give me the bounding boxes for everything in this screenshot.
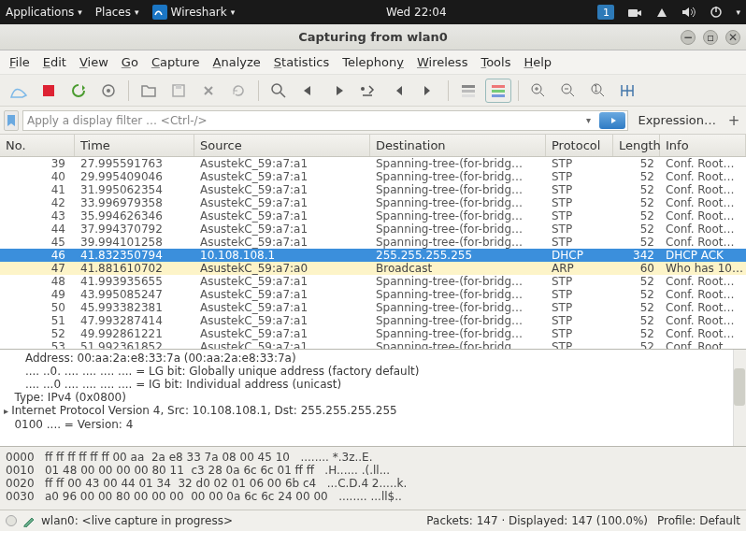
- go-last-button[interactable]: [415, 79, 441, 103]
- svg-point-11: [361, 87, 365, 91]
- reload-button[interactable]: [225, 79, 251, 103]
- menu-tools[interactable]: Tools: [481, 55, 510, 69]
- network-icon[interactable]: [655, 6, 668, 19]
- filter-history-dropdown[interactable]: ▾: [581, 115, 595, 125]
- packet-bytes-pane[interactable]: 0000 ff ff ff ff ff ff 00 aa 2a e8 33 7a…: [0, 447, 746, 510]
- colorize-button[interactable]: [485, 79, 511, 103]
- add-filter-button[interactable]: +: [725, 112, 742, 129]
- close-file-button[interactable]: [195, 79, 222, 103]
- go-forward-button[interactable]: [325, 79, 351, 103]
- details-vscrollbar[interactable]: [733, 350, 746, 446]
- packet-list-header[interactable]: No. Time Source Destination Protocol Len…: [0, 135, 746, 157]
- workspace-indicator[interactable]: 1: [597, 5, 614, 20]
- wireshark-icon: [152, 5, 167, 20]
- packet-row[interactable]: 4437.994370792AsustekC_59:a7:a1Spanning-…: [0, 223, 746, 236]
- go-back-button[interactable]: [295, 79, 322, 103]
- power-menu-arrow[interactable]: ▾: [736, 7, 740, 17]
- status-bar: wlan0: <live capture in progress> Packet…: [0, 510, 746, 531]
- status-packet-counts: Packets: 147 · Displayed: 147 (100.0%): [426, 514, 648, 527]
- clock[interactable]: Wed 22:04: [235, 6, 597, 19]
- svg-rect-4: [43, 85, 54, 96]
- packet-list-body[interactable]: 3927.995591763AsustekC_59:a7:a1Spanning-…: [0, 157, 746, 350]
- volume-icon[interactable]: [681, 6, 696, 19]
- packet-row[interactable]: 5147.993287414AsustekC_59:a7:a1Spanning-…: [0, 314, 746, 327]
- packet-details-pane[interactable]: Address: 00:aa:2a:e8:33:7a (00:aa:2a:e8:…: [0, 350, 746, 447]
- restart-capture-button[interactable]: [65, 79, 92, 103]
- display-filter-input[interactable]: Apply a display filter … <Ctrl-/> ▾: [22, 110, 628, 131]
- packet-row[interactable]: 3927.995591763AsustekC_59:a7:a1Spanning-…: [0, 157, 746, 170]
- resize-columns-button[interactable]: [615, 79, 641, 103]
- menu-analyze[interactable]: Analyze: [213, 55, 261, 69]
- menu-telephony[interactable]: Telephony: [342, 55, 404, 69]
- status-profile[interactable]: Profile: Default: [657, 514, 740, 527]
- packet-row[interactable]: 4943.995085247AsustekC_59:a7:a1Spanning-…: [0, 288, 746, 301]
- col-header-protocol[interactable]: Protocol: [546, 135, 613, 156]
- detail-expander-ipv4[interactable]: Internet Protocol Version 4, Src: 10.108…: [4, 404, 742, 418]
- col-header-info[interactable]: Info: [660, 135, 746, 156]
- save-file-button[interactable]: [165, 79, 192, 103]
- apply-filter-button[interactable]: [599, 112, 625, 129]
- go-to-packet-button[interactable]: [355, 79, 381, 103]
- window-maximize[interactable]: ▫: [703, 30, 718, 45]
- zoom-out-button[interactable]: [555, 79, 581, 103]
- col-header-no[interactable]: No.: [0, 135, 75, 156]
- menu-applications[interactable]: Applications ▾: [6, 6, 82, 19]
- packet-row[interactable]: 4741.881610702AsustekC_59:a7:a0Broadcast…: [0, 262, 746, 275]
- window-minimize[interactable]: −: [681, 30, 696, 45]
- stop-capture-button[interactable]: [36, 79, 62, 103]
- find-packet-button[interactable]: [265, 79, 292, 103]
- hex-line[interactable]: 0000 ff ff ff ff ff ff 00 aa 2a e8 33 7a…: [6, 451, 740, 464]
- expression-button[interactable]: Expression…: [632, 113, 722, 127]
- packet-row[interactable]: 4131.995062354AsustekC_59:a7:a1Spanning-…: [0, 183, 746, 196]
- col-header-time[interactable]: Time: [75, 135, 194, 156]
- power-icon[interactable]: [710, 6, 723, 19]
- hex-line[interactable]: 0020 ff ff 00 43 00 44 01 34 32 d0 02 01…: [6, 477, 740, 490]
- menu-capture[interactable]: Capture: [151, 55, 200, 69]
- auto-scroll-button[interactable]: [455, 79, 481, 103]
- camera-icon[interactable]: [627, 6, 642, 19]
- menu-view[interactable]: View: [79, 55, 108, 69]
- display-filter-bar: Apply a display filter … <Ctrl-/> ▾ Expr…: [0, 107, 746, 135]
- detail-line[interactable]: Type: IPv4 (0x0800): [4, 391, 742, 404]
- packet-row[interactable]: 5045.993382381AsustekC_59:a7:a1Spanning-…: [0, 301, 746, 314]
- detail-line[interactable]: .... ...0 .... .... .... .... = IG bit: …: [4, 378, 742, 391]
- col-header-destination[interactable]: Destination: [370, 135, 546, 156]
- svg-line-10: [280, 93, 285, 97]
- detail-line[interactable]: 0100 .... = Version: 4: [4, 418, 742, 431]
- packet-row[interactable]: 4539.994101258AsustekC_59:a7:a1Spanning-…: [0, 236, 746, 249]
- packet-row[interactable]: 4841.993935655AsustekC_59:a7:a1Spanning-…: [0, 275, 746, 288]
- svg-rect-8: [176, 85, 181, 89]
- hex-line[interactable]: 0030 a0 96 00 00 80 00 00 00 00 00 0a 6c…: [6, 490, 740, 503]
- packet-row[interactable]: 5351.992361852AsustekC_59:a7:a1Spanning-…: [0, 340, 746, 350]
- window-close[interactable]: ✕: [725, 30, 740, 45]
- packet-row[interactable]: 4335.994626346AsustekC_59:a7:a1Spanning-…: [0, 209, 746, 223]
- menu-file[interactable]: File: [9, 55, 30, 69]
- bookmark-filter-icon[interactable]: [4, 110, 19, 131]
- menu-places[interactable]: Places ▾: [95, 6, 139, 19]
- detail-line[interactable]: .... ..0. .... .... .... .... = LG bit: …: [4, 365, 742, 378]
- zoom-in-button[interactable]: [525, 79, 552, 103]
- edit-comment-icon[interactable]: [22, 514, 36, 527]
- window-title: Capturing from wlan0: [298, 30, 448, 44]
- col-header-source[interactable]: Source: [194, 135, 370, 156]
- menu-go[interactable]: Go: [122, 55, 138, 69]
- filter-placeholder: Apply a display filter … <Ctrl-/>: [27, 114, 208, 127]
- taskbar-wireshark[interactable]: Wireshark ▾: [152, 5, 236, 20]
- col-header-length[interactable]: Length: [613, 135, 660, 156]
- expert-info-icon[interactable]: [6, 515, 17, 526]
- detail-line[interactable]: Address: 00:aa:2a:e8:33:7a (00:aa:2a:e8:…: [4, 352, 742, 365]
- menu-statistics[interactable]: Statistics: [274, 55, 329, 69]
- zoom-reset-button[interactable]: 1: [585, 79, 611, 103]
- packet-row[interactable]: 5249.992861221AsustekC_59:a7:a1Spanning-…: [0, 327, 746, 340]
- menu-wireless[interactable]: Wireless: [417, 55, 467, 69]
- packet-row[interactable]: 4233.996979358AsustekC_59:a7:a1Spanning-…: [0, 196, 746, 209]
- open-file-button[interactable]: [136, 79, 162, 103]
- menu-edit[interactable]: Edit: [43, 55, 66, 69]
- shark-fin-icon[interactable]: [6, 79, 32, 103]
- packet-row[interactable]: 4641.83235079410.108.108.1255.255.255.25…: [0, 249, 746, 262]
- packet-row[interactable]: 4029.995409046AsustekC_59:a7:a1Spanning-…: [0, 170, 746, 183]
- capture-options-button[interactable]: [95, 79, 122, 103]
- hex-line[interactable]: 0010 01 48 00 00 00 00 80 11 c3 28 0a 6c…: [6, 464, 740, 477]
- menu-help[interactable]: Help: [524, 55, 552, 69]
- go-first-button[interactable]: [385, 79, 411, 103]
